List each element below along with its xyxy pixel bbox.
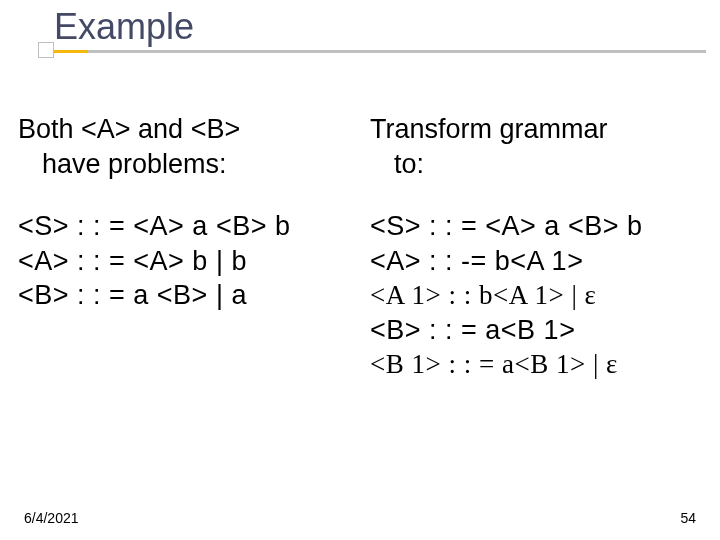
right-intro: Transform grammar to:	[370, 112, 702, 181]
grammar-rule: <B> : : = a<B 1>	[370, 313, 702, 348]
footer-page-number: 54	[680, 510, 696, 526]
grammar-rule: <S> : : = <A> a <B> b	[370, 209, 702, 244]
slide: Example Both <A> and <B> have problems: …	[0, 0, 720, 540]
title-underline	[46, 50, 706, 53]
columns: Both <A> and <B> have problems: <S> : : …	[18, 112, 702, 382]
grammar-rule: <B 1> : : = a<B 1> | ε	[370, 347, 702, 382]
grammar-rule: <A> : : = <A> b | b	[18, 244, 350, 279]
title-wrap: Example	[54, 6, 700, 54]
right-intro-line2: to:	[370, 147, 702, 182]
right-intro-line1: Transform grammar	[370, 112, 702, 147]
left-intro-line2: have problems:	[18, 147, 350, 182]
grammar-rule: <A 1> : : b<A 1> | ε	[370, 278, 702, 313]
left-intro-line1: Both <A> and <B>	[18, 112, 350, 147]
left-intro: Both <A> and <B> have problems:	[18, 112, 350, 181]
right-column: Transform grammar to: <S> : : = <A> a <B…	[370, 112, 702, 382]
slide-title: Example	[54, 6, 700, 54]
title-bullet-icon	[38, 42, 54, 58]
left-column: Both <A> and <B> have problems: <S> : : …	[18, 112, 350, 382]
grammar-rule: <S> : : = <A> a <B> b	[18, 209, 350, 244]
slide-body: Both <A> and <B> have problems: <S> : : …	[18, 112, 702, 382]
grammar-rule: <A> : : -= b<A 1>	[370, 244, 702, 279]
footer-date: 6/4/2021	[24, 510, 79, 526]
grammar-rule: <B> : : = a <B> | a	[18, 278, 350, 313]
